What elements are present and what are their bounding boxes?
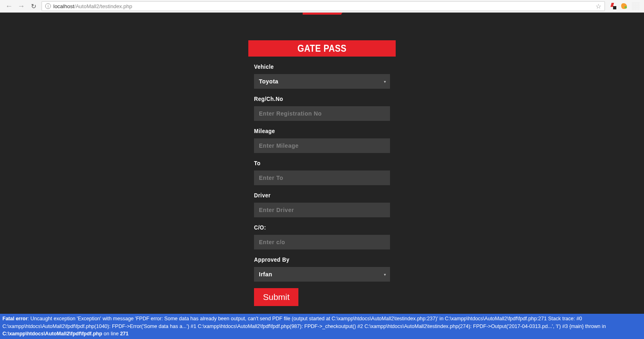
forward-button[interactable]: → bbox=[16, 1, 26, 11]
extension-icon[interactable] bbox=[620, 2, 629, 10]
error-file: C:\xampp\htdocs\AutoMall2\fpdf\fpdf.php bbox=[2, 331, 102, 337]
to-label: To bbox=[254, 160, 374, 166]
extension-icon[interactable] bbox=[609, 2, 617, 10]
co-input[interactable] bbox=[254, 235, 390, 249]
form-title: GATE PASS bbox=[298, 43, 347, 54]
php-error: Fatal error: Uncaught exception 'Excepti… bbox=[0, 314, 644, 339]
vehicle-label: Vehicle bbox=[254, 63, 374, 70]
vehicle-select[interactable]: Toyota bbox=[254, 74, 390, 89]
error-line: 271 bbox=[120, 331, 129, 337]
url-host: localhost bbox=[53, 3, 74, 9]
address-bar[interactable]: i localhost /AutoMall2/testindex.php ☆ bbox=[42, 1, 605, 11]
co-label: C/O: bbox=[254, 224, 374, 231]
driver-label: Driver bbox=[254, 192, 374, 199]
reload-button[interactable]: ↻ bbox=[28, 1, 38, 11]
logo-fragment bbox=[303, 13, 342, 15]
to-input[interactable] bbox=[254, 171, 390, 185]
url-path: /AutoMall2/testindex.php bbox=[74, 3, 132, 9]
form-body: Vehicle Toyota Reg/Ch.No Mileage To bbox=[248, 57, 396, 314]
reg-label: Reg/Ch.No bbox=[254, 95, 374, 102]
page-body: GATE PASS Vehicle Toyota Reg/Ch.No Milea… bbox=[0, 13, 644, 339]
error-on-line: on line bbox=[102, 331, 120, 337]
driver-input[interactable] bbox=[254, 203, 390, 217]
extensions bbox=[609, 2, 640, 10]
info-icon[interactable]: i bbox=[45, 3, 51, 9]
extension-icon[interactable] bbox=[632, 2, 640, 10]
browser-toolbar: ← → ↻ i localhost /AutoMall2/testindex.p… bbox=[0, 0, 644, 13]
mileage-label: Mileage bbox=[254, 127, 374, 134]
gate-pass-form: GATE PASS Vehicle Toyota Reg/Ch.No Milea… bbox=[248, 40, 396, 314]
error-message: : Uncaught exception 'Exception' with me… bbox=[2, 316, 606, 329]
submit-button[interactable]: Submit bbox=[254, 288, 298, 306]
error-prefix: Fatal error bbox=[2, 316, 28, 322]
bookmark-icon[interactable]: ☆ bbox=[596, 2, 601, 10]
mileage-input[interactable] bbox=[254, 138, 390, 153]
approved-select[interactable]: Irfan bbox=[254, 267, 390, 282]
approved-label: Approved By bbox=[254, 256, 374, 263]
reg-input[interactable] bbox=[254, 106, 390, 121]
back-button[interactable]: ← bbox=[4, 1, 14, 11]
form-header: GATE PASS bbox=[248, 40, 396, 57]
